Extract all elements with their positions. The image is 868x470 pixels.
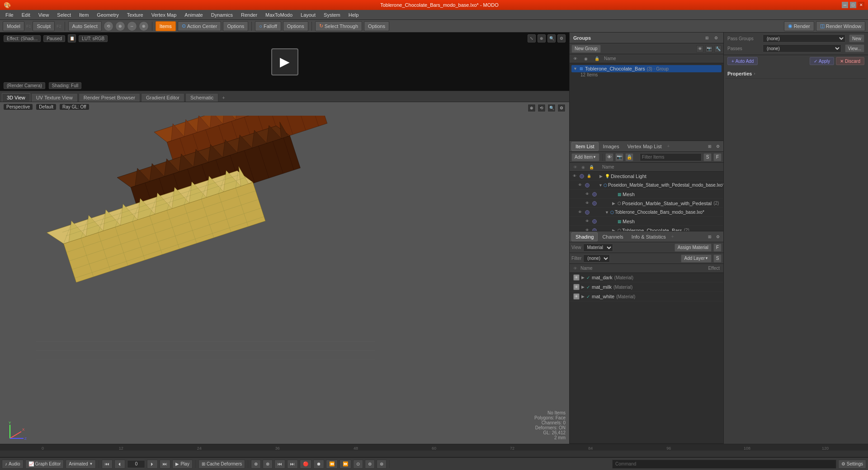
row-render-icon[interactable] (591, 200, 598, 207)
anim-fit-icon[interactable]: ⤡ (528, 34, 536, 42)
menu-help[interactable]: Help (345, 11, 363, 19)
groups-icon-3[interactable]: 🔧 (714, 45, 722, 52)
bt-icon-3[interactable]: ⏮ (274, 460, 285, 469)
tab-uv-texture-view[interactable]: UV Texture View (31, 93, 78, 102)
apply-button[interactable]: ✓ Apply (810, 57, 834, 65)
effect-dropdown[interactable]: Effect: (Shadi... (4, 35, 41, 42)
tab-add[interactable]: + (667, 144, 670, 149)
next-frame-button[interactable]: ⏵ (147, 460, 158, 469)
shading-row[interactable]: 👁 ▶ ✓ mat_dark (Material) (570, 273, 723, 282)
row-render-icon[interactable] (591, 227, 598, 231)
cache-deformers-button[interactable]: ⊞ Cache Deformers (198, 460, 245, 469)
action-center-button[interactable]: ⊙ Action Center (178, 21, 222, 31)
row-eye-icon[interactable]: 👁 (571, 173, 578, 179)
options-button-2[interactable]: Options (283, 21, 308, 31)
item-row[interactable]: 👁 ▼ ⬡ Poseidon_Marble_Statue_with_Pedest… (570, 181, 723, 190)
mat-eye-icon[interactable]: 👁 (573, 293, 580, 300)
passes-select[interactable]: (none) (763, 44, 841, 52)
add-viewport-tab[interactable]: + (219, 94, 227, 102)
il-icon-1[interactable]: 👁 (605, 153, 613, 161)
anim-zoom-icon[interactable]: ⊕ (538, 34, 546, 42)
tab-vertex-map-list[interactable]: Vertex Map List (624, 142, 665, 151)
shading-settings-icon[interactable]: ⚙ (714, 233, 722, 240)
timeline-bar[interactable] (0, 451, 868, 457)
row-lock-icon[interactable] (599, 227, 605, 231)
bt-icon-1[interactable]: ⊕ (251, 460, 261, 469)
settings-button[interactable]: ⚙ Settings (838, 460, 866, 469)
menu-system[interactable]: System (320, 11, 344, 19)
sculpt-mode-button[interactable]: Sculpt (33, 21, 55, 31)
add-layer-s-btn[interactable]: S (713, 254, 722, 263)
item-row[interactable]: 👁 ▦ Mesh (570, 217, 723, 226)
row-eye-icon[interactable]: 👁 (577, 182, 583, 188)
row-render-icon[interactable] (579, 173, 585, 179)
select-through-button[interactable]: ↻ Select Through (315, 21, 362, 31)
group-tree-root[interactable]: ▼ ⊞ Toblerone_Chocolate_Bars (3) · Group (571, 65, 722, 72)
mat-eye-icon[interactable]: 👁 (573, 284, 580, 290)
menu-select[interactable]: Select (53, 11, 75, 19)
item-row[interactable]: 👁 ▶ ⬡ Toblerone_Chocolate_Bars (2) (570, 226, 723, 231)
row-eye-icon[interactable]: 👁 (577, 209, 583, 216)
tab-channels[interactable]: Channels (599, 232, 627, 241)
item-row[interactable]: 👁 ▼ ⬡ Toblerone_Chocolate_Bars_modo_base… (570, 208, 723, 217)
render-window-button[interactable]: ◫ Render Window (816, 21, 865, 31)
tab-render-preset-browser[interactable]: Render Preset Browser (79, 93, 140, 102)
minimize-button[interactable]: ─ (842, 2, 848, 8)
tab-add-shading[interactable]: + (671, 234, 674, 239)
bt-icon-10[interactable]: ⊚ (365, 460, 375, 469)
shading-row[interactable]: 👁 ▶ ✓ mat_milk (Material) (570, 282, 723, 292)
falloff-button[interactable]: ○ Falloff (255, 21, 281, 31)
anim-search-icon[interactable]: 🔍 (547, 34, 556, 42)
row-render-icon[interactable] (584, 182, 590, 188)
tab-images[interactable]: Images (599, 142, 623, 151)
graph-editor-button[interactable]: 📈 Graph Editor (25, 460, 64, 469)
row-eye-icon[interactable]: 👁 (584, 200, 590, 207)
il-icon-3[interactable]: 🔒 (625, 153, 633, 161)
menu-vertex-map[interactable]: Vertex Map (148, 11, 180, 19)
assign-f-btn[interactable]: F (713, 244, 722, 252)
item-row[interactable]: 👁 ▶ ⬡ Poseidon_Marble_Statue_with_Pedest… (570, 199, 723, 208)
go-end-button[interactable]: ⏭ (160, 460, 170, 469)
item-list-expand-icon[interactable]: ⊞ (706, 143, 713, 150)
item-list-settings-icon[interactable]: ⚙ (714, 143, 722, 150)
paused-btn[interactable]: Paused (43, 35, 65, 42)
row-render-icon[interactable] (591, 191, 598, 197)
item-row[interactable]: 👁 🔒 ▶ 💡 Directional Light (570, 172, 723, 181)
row-lock-icon[interactable] (599, 218, 605, 225)
shading-row[interactable]: 👁 ▶ ✓ mat_white (Material) (570, 292, 723, 301)
bt-icon-5[interactable]: 🔴 (300, 460, 311, 469)
transform-btn-1[interactable]: ⟲ (104, 21, 113, 31)
il-icon-2[interactable]: 📷 (615, 153, 623, 161)
3d-viewport[interactable]: Perspective Default Ray GL: Off ⊕ ⟲ 🔍 ⚙ (0, 102, 569, 444)
groups-expand-icon[interactable]: ⊞ (703, 34, 711, 42)
transform-btn-4[interactable]: ⊗ (139, 21, 149, 31)
row-render-icon[interactable] (591, 218, 598, 225)
maximize-button[interactable]: □ (850, 2, 856, 8)
tab-gradient-editor[interactable]: Gradient Editor (141, 93, 184, 102)
bt-icon-2[interactable]: ⊗ (263, 460, 273, 469)
menu-edit[interactable]: Edit (18, 11, 34, 19)
menu-animate[interactable]: Animate (181, 11, 206, 19)
row-eye-icon[interactable]: 👁 (584, 218, 590, 225)
options-button-3[interactable]: Options (364, 21, 389, 31)
properties-expand-icon[interactable]: › (754, 71, 755, 76)
render-button[interactable]: ◉ Render (784, 21, 814, 31)
command-bar[interactable]: Command (612, 460, 836, 469)
transform-btn-2[interactable]: ⊕ (115, 21, 125, 31)
add-item-button[interactable]: Add Item ▼ (571, 153, 599, 161)
menu-layout[interactable]: Layout (297, 11, 319, 19)
filter-s-btn[interactable]: S (703, 153, 712, 161)
menu-render[interactable]: Render (237, 11, 261, 19)
bt-icon-6[interactable]: ⏺ (313, 460, 324, 469)
bt-icon-4[interactable]: ⏭ (287, 460, 298, 469)
auto-select-button[interactable]: Auto Select (68, 21, 102, 31)
groups-icon-2[interactable]: 📷 (705, 45, 712, 52)
item-row[interactable]: 👁 ▦ Mesh (570, 190, 723, 199)
anim-settings-icon[interactable]: ⚙ (557, 34, 566, 42)
auto-add-button[interactable]: + Auto Add (727, 57, 758, 65)
assign-material-button[interactable]: Assign Material (675, 244, 712, 252)
shading-expand-icon[interactable]: ⊞ (706, 233, 713, 240)
row-lock-icon[interactable] (591, 182, 598, 188)
pass-groups-select[interactable]: (none) (763, 34, 845, 42)
tab-3d-view[interactable]: 3D View (2, 93, 30, 102)
